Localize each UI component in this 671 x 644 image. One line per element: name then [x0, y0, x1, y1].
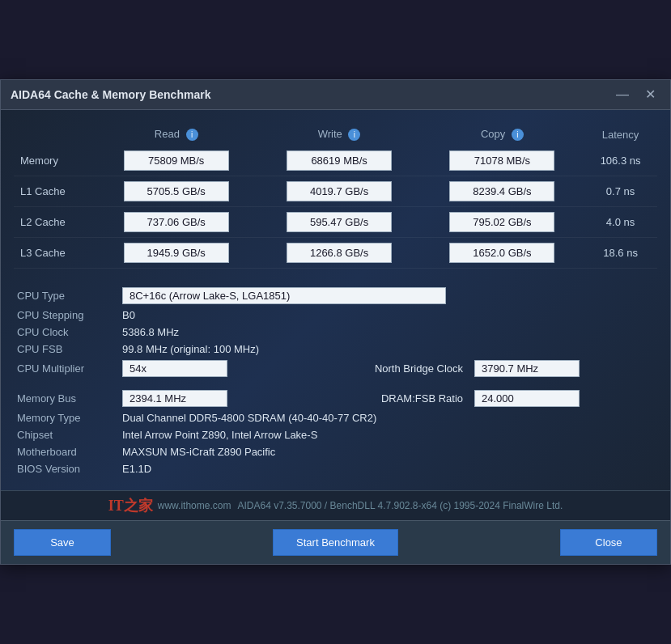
table-row: L1 Cache 5705.5 GB/s 4019.7 GB/s 8239.4 …	[14, 176, 657, 207]
cpu-clock-label: CPU Clock	[14, 324, 119, 341]
row-read-3: 1945.9 GB/s	[95, 238, 257, 269]
table-row: CPU Multiplier 54x North Bridge Clock 37…	[14, 358, 657, 379]
window-title: AIDA64 Cache & Memory Benchmark	[11, 88, 210, 101]
row-write-1: 4019.7 GB/s	[257, 176, 420, 207]
cpu-type-value: 8C+16c (Arrow Lake-S, LGA1851)	[119, 285, 657, 307]
table-row: CPU Clock 5386.8 MHz	[14, 324, 657, 341]
row-label-2: L2 Cache	[14, 207, 95, 238]
table-row: BIOS Version E1.1D	[14, 460, 657, 477]
table-row: CPU Stepping B0	[14, 307, 657, 324]
motherboard-label: Motherboard	[14, 443, 119, 460]
table-row: Chipset Intel Arrow Point Z890, Intel Ar…	[14, 426, 657, 443]
table-header-row: Read i Write i Copy i Latency	[14, 123, 657, 146]
chipset-label: Chipset	[14, 426, 119, 443]
north-bridge-clock-box: 3790.7 MHz	[474, 360, 580, 377]
row-latency-3: 18.6 ns	[584, 238, 657, 269]
table-row: CPU Type 8C+16c (Arrow Lake-S, LGA1851)	[14, 285, 657, 307]
col-latency-header: Latency	[584, 123, 657, 146]
row-label-0: Memory	[14, 146, 95, 176]
table-row: L2 Cache 737.06 GB/s 595.47 GB/s 795.02 …	[14, 207, 657, 238]
row-copy-1: 8239.4 GB/s	[421, 176, 584, 207]
memory-type-label: Memory Type	[14, 409, 119, 426]
cpu-multiplier-value: 54x	[119, 358, 305, 379]
cpu-stepping-label: CPU Stepping	[14, 307, 119, 324]
watermark-logo: IT之家	[108, 496, 153, 515]
row-read-0: 75809 MB/s	[95, 146, 257, 176]
memory-bus-label: Memory Bus	[14, 388, 119, 409]
row-read-2: 737.06 GB/s	[95, 207, 257, 238]
separator-row	[14, 379, 657, 388]
close-button[interactable]: ✕	[640, 87, 660, 103]
copy-info-icon[interactable]: i	[512, 129, 524, 141]
start-benchmark-button[interactable]: Start Benchmark	[273, 529, 398, 556]
row-write-2: 595.47 GB/s	[257, 207, 420, 238]
row-copy-3: 1652.0 GB/s	[421, 238, 584, 269]
main-content: Read i Write i Copy i Latency Memory	[1, 110, 670, 490]
col-read-header: Read i	[95, 123, 257, 146]
row-copy-2: 795.02 GB/s	[421, 207, 584, 238]
main-window: AIDA64 Cache & Memory Benchmark — ✕ Read…	[0, 79, 671, 565]
cpu-type-box: 8C+16c (Arrow Lake-S, LGA1851)	[122, 287, 446, 304]
bios-version-value: E1.1D	[119, 460, 657, 477]
col-copy-header: Copy i	[421, 123, 584, 146]
table-row: CPU FSB 99.8 MHz (original: 100 MHz)	[14, 341, 657, 358]
benchmark-table: Read i Write i Copy i Latency Memory	[14, 123, 657, 269]
table-row: Memory 75809 MB/s 68619 MB/s 71078 MB/s …	[14, 146, 657, 176]
minimize-button[interactable]: —	[611, 87, 634, 103]
row-label-1: L1 Cache	[14, 176, 95, 207]
row-copy-0: 71078 MB/s	[421, 146, 584, 176]
memory-type-value: Dual Channel DDR5-4800 SDRAM (40-40-40-7…	[119, 409, 657, 426]
cpu-stepping-value: B0	[119, 307, 657, 324]
info-table: CPU Type 8C+16c (Arrow Lake-S, LGA1851) …	[14, 285, 657, 477]
footer-copyright: AIDA64 v7.35.7000 / BenchDLL 4.7.902.8-x…	[237, 500, 563, 511]
title-bar: AIDA64 Cache & Memory Benchmark — ✕	[1, 80, 670, 110]
north-bridge-clock-label: North Bridge Clock	[305, 358, 471, 379]
window-controls: — ✕	[611, 87, 660, 103]
table-row: Memory Bus 2394.1 MHz DRAM:FSB Ratio 24.…	[14, 388, 657, 409]
cpu-multiplier-box: 54x	[122, 360, 227, 377]
cpu-multiplier-label: CPU Multiplier	[14, 358, 119, 379]
row-read-1: 5705.5 GB/s	[95, 176, 257, 207]
row-latency-1: 0.7 ns	[584, 176, 657, 207]
table-row: Memory Type Dual Channel DDR5-4800 SDRAM…	[14, 409, 657, 426]
col-write-header: Write i	[257, 123, 420, 146]
memory-bus-box: 2394.1 MHz	[122, 390, 227, 407]
write-info-icon[interactable]: i	[348, 129, 360, 141]
watermark: IT之家 www.ithome.com	[108, 496, 231, 515]
cpu-fsb-value: 99.8 MHz (original: 100 MHz)	[119, 341, 657, 358]
motherboard-value: MAXSUN MS-iCraft Z890 Pacific	[119, 443, 657, 460]
cpu-type-label: CPU Type	[14, 285, 119, 307]
row-write-0: 68619 MB/s	[257, 146, 420, 176]
table-row: L3 Cache 1945.9 GB/s 1266.8 GB/s 1652.0 …	[14, 238, 657, 269]
dram-fsb-value: 24.000	[471, 388, 657, 409]
dram-fsb-box: 24.000	[474, 390, 580, 407]
button-bar: Save Start Benchmark Close	[1, 520, 670, 564]
col-label-header	[14, 123, 95, 146]
north-bridge-clock-value: 3790.7 MHz	[471, 358, 657, 379]
bios-version-label: BIOS Version	[14, 460, 119, 477]
memory-bus-value: 2394.1 MHz	[119, 388, 305, 409]
chipset-value: Intel Arrow Point Z890, Intel Arrow Lake…	[119, 426, 657, 443]
row-label-3: L3 Cache	[14, 238, 95, 269]
read-info-icon[interactable]: i	[186, 129, 198, 141]
row-latency-2: 4.0 ns	[584, 207, 657, 238]
footer-bar: IT之家 www.ithome.com AIDA64 v7.35.7000 / …	[1, 490, 670, 520]
table-row: Motherboard MAXSUN MS-iCraft Z890 Pacifi…	[14, 443, 657, 460]
watermark-url: www.ithome.com	[158, 500, 231, 511]
row-latency-0: 106.3 ns	[584, 146, 657, 176]
cpu-fsb-label: CPU FSB	[14, 341, 119, 358]
row-write-3: 1266.8 GB/s	[257, 238, 420, 269]
save-button[interactable]: Save	[14, 529, 111, 556]
close-button-bar[interactable]: Close	[560, 529, 657, 556]
cpu-clock-value: 5386.8 MHz	[119, 324, 657, 341]
dram-fsb-label: DRAM:FSB Ratio	[305, 388, 471, 409]
